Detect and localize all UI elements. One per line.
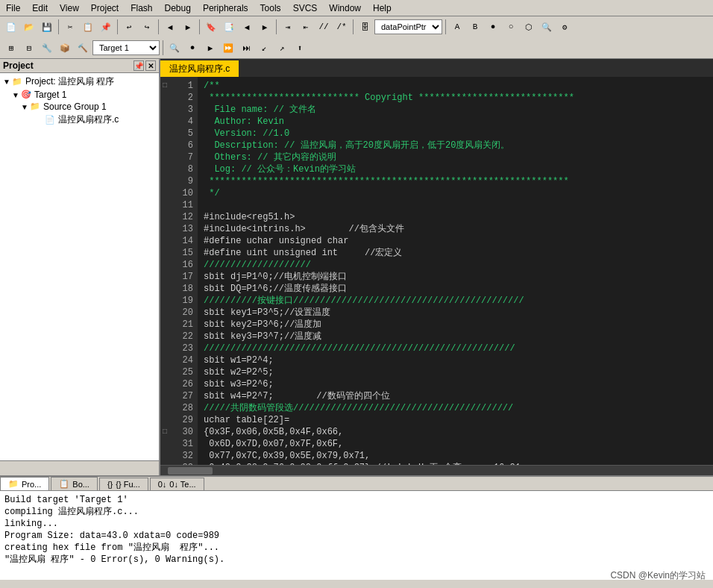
tree-root[interactable]: ▼ 📁 Project: 温控风扇 程序 bbox=[0, 75, 159, 89]
btn-a[interactable]: A bbox=[449, 19, 465, 35]
menu-view[interactable]: View bbox=[54, 1, 85, 15]
tb2-2[interactable]: ⊟ bbox=[21, 40, 37, 56]
project-tab-label: Pro... bbox=[22, 480, 41, 489]
line-number: 13 bbox=[169, 223, 198, 235]
fold-marker bbox=[160, 402, 169, 414]
tb2-3[interactable]: 🔧 bbox=[39, 40, 55, 56]
tb2-13[interactable]: ⬆ bbox=[292, 40, 308, 56]
project-pin-btn[interactable]: 📌 bbox=[134, 60, 144, 71]
menu-debug[interactable]: Debug bbox=[159, 1, 197, 15]
uncomment-btn[interactable]: /* bbox=[333, 19, 350, 35]
fold-marker bbox=[160, 163, 169, 175]
bk-next[interactable]: ▶ bbox=[257, 19, 273, 35]
line-number: 23 bbox=[169, 343, 198, 354]
toolbar-1: 📄 📂 💾 ✂ 📋 📌 ↩ ↪ ◀ ▶ 🔖 📑 ◀ ▶ ⇥ ⇤ // /* 🗄 … bbox=[0, 16, 713, 37]
tree-file[interactable]: 📄 温控风扇程序.c bbox=[0, 113, 159, 127]
bookmarks-btn[interactable]: 📑 bbox=[221, 19, 237, 35]
tb2-6[interactable]: 🔍 bbox=[166, 40, 183, 56]
btn-g[interactable]: ⚙ bbox=[556, 19, 573, 35]
tb2-4[interactable]: 📦 bbox=[57, 40, 73, 56]
line-number: 31 bbox=[169, 438, 198, 450]
tb2-8[interactable]: ▶ bbox=[202, 40, 219, 56]
fold-marker bbox=[160, 116, 169, 128]
bottom-tab-te[interactable]: 0↓ 0↓ Te... bbox=[150, 478, 204, 490]
menu-project[interactable]: Project bbox=[85, 1, 125, 15]
indent-btn[interactable]: ⇥ bbox=[280, 19, 296, 35]
tree-group[interactable]: ▼ 📁 Source Group 1 bbox=[0, 101, 159, 113]
line-numbers: 1234567891011121314151617181920212223242… bbox=[169, 77, 198, 465]
code-line: uchar table[22]= bbox=[204, 414, 707, 426]
btn-b[interactable]: B bbox=[467, 19, 483, 35]
editor-tab-active[interactable]: 温控风扇程序.c bbox=[160, 60, 239, 77]
tree-target[interactable]: ▼ 🎯 Target 1 bbox=[0, 89, 159, 101]
bookmark-btn[interactable]: 🔖 bbox=[203, 19, 219, 35]
tb2-12[interactable]: ↗ bbox=[274, 40, 290, 56]
menu-edit[interactable]: Edit bbox=[26, 1, 54, 15]
code-line: /** bbox=[204, 80, 707, 92]
target-select[interactable]: Target 1 bbox=[92, 40, 160, 55]
line-number: 9 bbox=[169, 175, 198, 187]
bo-tab-label: Bo... bbox=[72, 480, 89, 489]
h-scrollbar[interactable] bbox=[160, 465, 713, 475]
code-line: Author: Kevin bbox=[204, 116, 707, 128]
code-editor[interactable]: /** **************************** Copyrig… bbox=[198, 77, 713, 465]
tb2-10[interactable]: ⏭ bbox=[238, 40, 254, 56]
h-scroll-thumb[interactable] bbox=[168, 467, 213, 475]
bottom-tab-project[interactable]: 📁 Pro... bbox=[0, 477, 49, 490]
bottom-tabs-bar: 📁 Pro... 📋 Bo... {} {} Fu... 0↓ 0↓ Te... bbox=[0, 475, 713, 490]
tb2-7[interactable]: ● bbox=[184, 40, 201, 56]
btn-e[interactable]: ⬡ bbox=[521, 19, 537, 35]
code-line: sbit w3=P2^6; bbox=[204, 378, 707, 390]
paste-button[interactable]: 📌 bbox=[98, 19, 114, 35]
tab-bar: 温控风扇程序.c bbox=[160, 59, 713, 77]
menu-window[interactable]: Window bbox=[323, 1, 367, 15]
line-number: 16 bbox=[169, 259, 198, 271]
fwd-button[interactable]: ▶ bbox=[180, 19, 196, 35]
fold-marker bbox=[160, 151, 169, 163]
datapoint-select[interactable]: dataPointPtr bbox=[374, 19, 442, 34]
back-button[interactable]: ◀ bbox=[162, 19, 178, 35]
save-button[interactable]: 💾 bbox=[39, 19, 55, 35]
new-button[interactable]: 📄 bbox=[3, 19, 19, 35]
btn-f[interactable]: 🔍 bbox=[538, 19, 555, 35]
root-arrow-icon: ▼ bbox=[3, 78, 12, 86]
line-number: 5 bbox=[169, 128, 198, 140]
bottom-tab-bo[interactable]: 📋 Bo... bbox=[51, 477, 98, 490]
open-button[interactable]: 📂 bbox=[21, 19, 37, 35]
menu-peripherals[interactable]: Peripherals bbox=[197, 1, 254, 15]
menu-help[interactable]: Help bbox=[367, 1, 398, 15]
line-number: 28 bbox=[169, 402, 198, 414]
project-close-btn[interactable]: ✕ bbox=[145, 60, 156, 71]
cut-button[interactable]: ✂ bbox=[62, 19, 78, 35]
main-layout: Project 📌 ✕ ▼ 📁 Project: 温控风扇 程序 ▼ 🎯 Tar… bbox=[0, 59, 713, 475]
code-line bbox=[204, 199, 707, 211]
menu-svcs[interactable]: SVCS bbox=[287, 1, 324, 15]
tb2-11[interactable]: ↙ bbox=[256, 40, 272, 56]
build-line: compiling 温控风扇程序.c... bbox=[4, 506, 709, 518]
code-line: #include<reg51.h> bbox=[204, 211, 707, 223]
code-line: **************************** Copyright *… bbox=[204, 92, 707, 104]
bk-prev[interactable]: ◀ bbox=[239, 19, 255, 35]
undo-button[interactable]: ↩ bbox=[121, 19, 137, 35]
redo-button[interactable]: ↪ bbox=[139, 19, 155, 35]
target-arrow-icon: ▼ bbox=[12, 91, 21, 99]
code-line: //////////按键接口//////////////////////////… bbox=[204, 295, 707, 307]
fold-marker: □ bbox=[160, 426, 169, 438]
copy-button[interactable]: 📋 bbox=[80, 19, 96, 35]
build-line: linking... bbox=[4, 518, 709, 530]
tb2-9[interactable]: ⏩ bbox=[220, 40, 236, 56]
comment-btn[interactable]: // bbox=[315, 19, 332, 35]
sep7 bbox=[445, 19, 446, 34]
menu-tools[interactable]: Tools bbox=[254, 1, 287, 15]
menu-flash[interactable]: Flash bbox=[125, 1, 158, 15]
btn-d[interactable]: ○ bbox=[503, 19, 519, 35]
project-tree: ▼ 📁 Project: 温控风扇 程序 ▼ 🎯 Target 1 ▼ 📁 So… bbox=[0, 73, 159, 460]
code-line: sbit w4=P2^7; //数码管的四个位 bbox=[204, 390, 707, 402]
target-label: Target 1 bbox=[34, 90, 66, 100]
tb2-1[interactable]: ⊞ bbox=[3, 40, 19, 56]
bottom-tab-fu[interactable]: {} {} Fu... bbox=[99, 478, 148, 490]
unindent-btn[interactable]: ⇤ bbox=[298, 19, 314, 35]
tb2-5[interactable]: 🔨 bbox=[75, 40, 91, 56]
btn-c[interactable]: ● bbox=[485, 19, 501, 35]
menu-file[interactable]: File bbox=[0, 1, 26, 15]
